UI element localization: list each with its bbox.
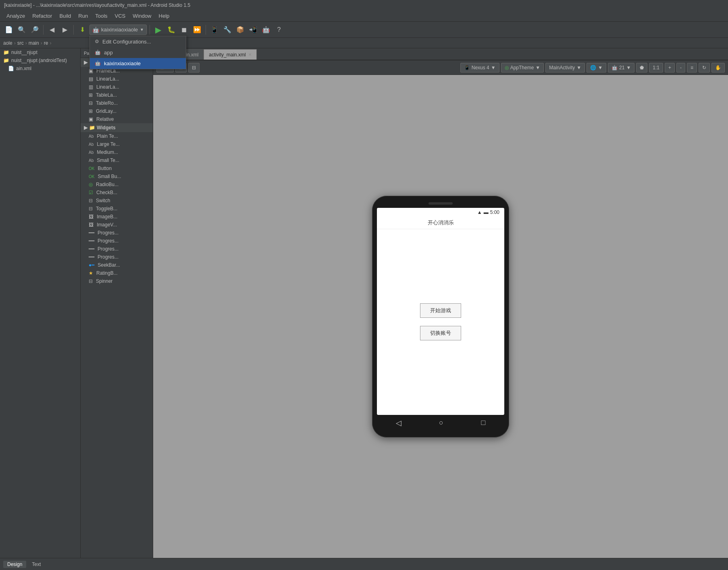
palette-item-progressbar4[interactable]: ━━ Progres... xyxy=(81,253,153,261)
tab-close-button[interactable]: ✕ xyxy=(248,52,252,57)
imageview-icon: 🖼 xyxy=(89,222,94,228)
breadcrumb-sep-4: › xyxy=(50,40,51,46)
menu-window[interactable]: Window xyxy=(129,12,154,20)
ddms-button[interactable]: 🤖 xyxy=(260,24,272,35)
search-button[interactable]: 🔎 xyxy=(29,24,40,35)
palette-item-switch[interactable]: ⊟ Switch xyxy=(81,197,153,205)
palette-item-smalltext[interactable]: Ab Small Te... xyxy=(81,156,153,164)
switch-account-button[interactable]: 切换账号 xyxy=(420,326,461,340)
separator-3 xyxy=(150,25,150,35)
pan-button[interactable]: ✋ xyxy=(711,63,725,73)
forward-button[interactable]: ▶ xyxy=(59,24,71,35)
palette-item-radiobutton[interactable]: ◎ RadioBu... xyxy=(81,180,153,189)
palette-item-progressbar2[interactable]: ━━ Progres... xyxy=(81,237,153,245)
project-item-nuist[interactable]: 📁 nuist__njupt xyxy=(0,48,80,56)
palette-item-togglebutton[interactable]: ⊟ ToggleB... xyxy=(81,205,153,213)
palette-item-linearlayout-v[interactable]: ▥ LinearLa... xyxy=(81,83,153,91)
menu-refactor[interactable]: Refactor xyxy=(29,12,55,20)
zoom-out-button[interactable]: - xyxy=(676,63,685,73)
palette-item-ratingbar[interactable]: ★ RatingB... xyxy=(81,269,153,277)
palette-item-largetext[interactable]: Ab Large Te... xyxy=(81,140,153,148)
open-button[interactable]: 🔍 xyxy=(16,24,27,35)
palette-item-mediumtext[interactable]: Ab Medium... xyxy=(81,148,153,156)
edit-configurations-item[interactable]: ⚙ Edit Configurations... xyxy=(90,36,186,47)
phone-content: 开始游戏 切换账号 xyxy=(377,229,504,415)
xml-preview-button[interactable]: ≡ xyxy=(687,63,697,73)
breadcrumb-main[interactable]: main xyxy=(29,40,39,46)
api-level-button[interactable]: 🤖 21 ▼ xyxy=(608,63,634,73)
orientation-button[interactable]: ⊟ xyxy=(188,63,200,73)
debug-button[interactable]: 🐛 xyxy=(166,24,177,35)
help-button[interactable]: ? xyxy=(273,24,285,35)
back-button[interactable]: ◀ xyxy=(46,24,58,35)
theme-selector-button[interactable]: ◎ AppTheme ▼ xyxy=(501,63,544,73)
breadcrumb-re[interactable]: re xyxy=(44,40,48,46)
run-button[interactable]: ▶ xyxy=(153,24,164,35)
device-selector-button[interactable]: 📱 Nexus 4 ▼ xyxy=(460,63,499,73)
language-selector-button[interactable]: 🌐 ▼ xyxy=(587,63,606,73)
palette-item-seekbar[interactable]: ●━ SeekBar... xyxy=(81,261,153,269)
project-dropdown[interactable]: 🤖 kaixinxiaoxiaole ▼ xyxy=(89,25,147,35)
palette-item-spinner[interactable]: ⊟ Spinner xyxy=(81,277,153,285)
widgets-label: Widgets xyxy=(97,125,116,131)
palette-item-tablelayout[interactable]: ⊞ TableLa... xyxy=(81,91,153,99)
zoom-in-button[interactable]: + xyxy=(665,63,675,73)
menu-analyze[interactable]: Analyze xyxy=(3,12,28,20)
palette-item-plaintext[interactable]: Ab Plain Te... xyxy=(81,132,153,140)
tablerow-icon: ⊟ xyxy=(89,100,93,106)
palette-item-progressbar1[interactable]: ━━ Progres... xyxy=(81,229,153,237)
palette-panel: Pale... 🔍 ⚙ ✕ ▶ 📁 Layouts ▣ FrameLa... ▤… xyxy=(81,48,153,558)
sync-button[interactable]: ⬇ xyxy=(77,24,88,35)
palette-item-button[interactable]: OK Button xyxy=(81,164,153,172)
activity-label: MainActivity xyxy=(549,65,575,70)
device-file-button[interactable]: 📲 xyxy=(248,24,259,35)
menu-tools[interactable]: Tools xyxy=(92,12,110,20)
api-label: 21 xyxy=(619,65,624,70)
palette-item-linearlayout-h[interactable]: ▤ LinearLa... xyxy=(81,75,153,83)
app-config-item[interactable]: 🤖 app xyxy=(90,47,186,58)
new-file-button[interactable]: 📄 xyxy=(3,24,15,35)
sdk-button[interactable]: 📦 xyxy=(235,24,246,35)
editor-area: activity_main.xml activity_main.xml ✕ ⊡ … xyxy=(153,48,728,558)
menu-run[interactable]: Run xyxy=(75,12,91,20)
breadcrumb-src[interactable]: src xyxy=(17,40,24,46)
smalltext-icon: Ab xyxy=(89,158,94,163)
profile-button[interactable]: ⏩ xyxy=(191,24,203,35)
palette-item-gridlayout[interactable]: ⊞ GridLay... xyxy=(81,107,153,115)
project-item-xml[interactable]: 📄 ain.xml xyxy=(0,64,80,73)
checkbox-label: CheckB... xyxy=(96,190,117,195)
android-project-icon: 🤖 xyxy=(92,27,99,33)
linearlayout-h-label: LinearLa... xyxy=(96,76,119,82)
palette-item-smallbutton[interactable]: OK Small Bu... xyxy=(81,172,153,180)
kaixinxiaoxiaole-config-item[interactable]: 🤖 kaixinxiaoxiaole xyxy=(90,58,186,69)
palette-item-relativelayout[interactable]: ▣ Relative xyxy=(81,115,153,123)
separator-2 xyxy=(73,25,74,35)
palette-item-imagebutton[interactable]: 🖼 ImageB... xyxy=(81,213,153,221)
refresh-button[interactable]: ↻ xyxy=(699,63,710,73)
android-device-button[interactable]: 📱 xyxy=(209,24,220,35)
render-button[interactable]: ⬟ xyxy=(636,63,647,73)
activity-selector-button[interactable]: MainActivity ▼ xyxy=(545,63,585,73)
breadcrumb-aole[interactable]: aole xyxy=(3,40,12,46)
design-tab-button[interactable]: Design xyxy=(3,561,26,568)
avd-button[interactable]: 🔧 xyxy=(222,24,233,35)
zoom-actual-button[interactable]: 1:1 xyxy=(649,63,663,73)
theme-icon: ◎ xyxy=(505,65,509,70)
android-api-icon: 🤖 xyxy=(612,65,618,70)
palette-item-checkbox[interactable]: ☑ CheckB... xyxy=(81,189,153,197)
ratingbar-label: RatingB... xyxy=(96,270,118,276)
text-tab-button[interactable]: Text xyxy=(28,561,45,568)
recents-nav-icon: □ xyxy=(481,419,485,427)
project-item-nuist-android[interactable]: 📁 nuist__njupt (androidTest) xyxy=(0,56,80,64)
coverage-button[interactable]: ◼ xyxy=(179,24,190,35)
tab-activity-main-2[interactable]: activity_main.xml ✕ xyxy=(204,49,256,60)
menu-vcs[interactable]: VCS xyxy=(112,12,129,20)
palette-item-imageview[interactable]: 🖼 ImageV... xyxy=(81,221,153,229)
start-game-button[interactable]: 开始游戏 xyxy=(420,303,461,318)
largetext-icon: Ab xyxy=(89,142,94,147)
palette-item-tablerow[interactable]: ⊟ TableRo... xyxy=(81,99,153,107)
menu-help[interactable]: Help xyxy=(156,12,173,20)
palette-item-progressbar3[interactable]: ━━ Progres... xyxy=(81,245,153,253)
home-nav-icon: ○ xyxy=(439,419,443,427)
menu-build[interactable]: Build xyxy=(56,12,74,20)
